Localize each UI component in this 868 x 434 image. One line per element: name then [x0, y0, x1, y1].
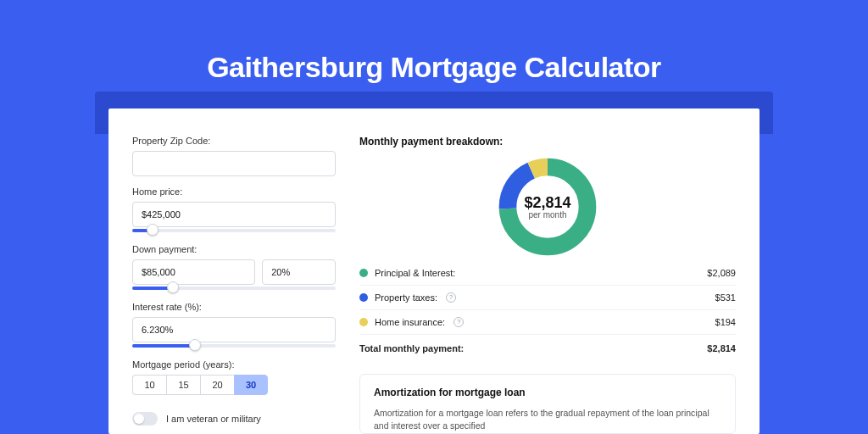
- legend-row-taxes: Property taxes: ? $531: [359, 286, 736, 310]
- info-icon[interactable]: ?: [453, 317, 464, 327]
- info-icon[interactable]: ?: [446, 292, 456, 303]
- dot-blue-icon: [359, 293, 368, 302]
- legend-value: $2,089: [707, 268, 736, 278]
- period-15-button[interactable]: 15: [166, 375, 200, 395]
- legend-label: Property taxes:: [375, 292, 437, 303]
- dot-yellow-icon: [359, 318, 368, 326]
- home-price-label: Home price:: [132, 186, 336, 197]
- breakdown-panel: Monthly payment breakdown: $2,814 per mo…: [359, 129, 736, 434]
- interest-slider[interactable]: [132, 341, 336, 349]
- legend-row-total: Total monthly payment: $2,814: [359, 335, 736, 360]
- zip-input[interactable]: [132, 151, 336, 176]
- legend-value: $194: [715, 317, 736, 327]
- veteran-toggle[interactable]: [132, 412, 158, 426]
- breakdown-title: Monthly payment breakdown:: [359, 136, 736, 147]
- donut-center-amount: $2,814: [524, 194, 570, 212]
- total-label: Total monthly payment:: [359, 343, 464, 353]
- period-label: Mortgage period (years):: [132, 359, 336, 370]
- down-payment-label: Down payment:: [132, 244, 336, 254]
- amortization-card: Amortization for mortgage loan Amortizat…: [359, 374, 736, 435]
- donut-center-sub: per month: [528, 210, 566, 220]
- down-payment-slider[interactable]: [132, 283, 336, 292]
- legend-label: Home insurance:: [375, 317, 445, 327]
- amortization-title: Amortization for mortgage loan: [374, 387, 721, 398]
- zip-label: Property Zip Code:: [132, 136, 336, 146]
- period-group: 10 15 20 30: [132, 375, 336, 395]
- period-10-button[interactable]: 10: [132, 375, 166, 395]
- donut-chart-area: $2,814 per month: [359, 153, 736, 261]
- legend-row-principal: Principal & Interest: $2,089: [359, 261, 736, 286]
- legend-value: $531: [715, 292, 736, 303]
- total-value: $2,814: [707, 343, 736, 353]
- down-payment-input[interactable]: [132, 259, 255, 285]
- amortization-text: Amortization for a mortgage loan refers …: [374, 407, 721, 434]
- calculator-card: Property Zip Code: Home price: Down paym…: [108, 108, 760, 434]
- donut-chart: $2,814 per month: [495, 154, 600, 259]
- inputs-panel: Property Zip Code: Home price: Down paym…: [132, 129, 336, 434]
- home-price-slider[interactable]: [132, 225, 336, 234]
- home-price-input[interactable]: [132, 202, 336, 227]
- veteran-label: I am veteran or military: [166, 414, 261, 424]
- legend-label: Principal & Interest:: [375, 268, 455, 278]
- interest-label: Interest rate (%):: [132, 302, 336, 312]
- interest-input[interactable]: [132, 317, 336, 342]
- page-title: Gaithersburg Mortgage Calculator: [0, 0, 868, 84]
- down-payment-pct-input[interactable]: [262, 259, 336, 285]
- period-20-button[interactable]: 20: [200, 375, 234, 395]
- legend-row-insurance: Home insurance: ? $194: [359, 310, 736, 335]
- dot-green-icon: [359, 269, 368, 277]
- period-30-button[interactable]: 30: [234, 375, 268, 395]
